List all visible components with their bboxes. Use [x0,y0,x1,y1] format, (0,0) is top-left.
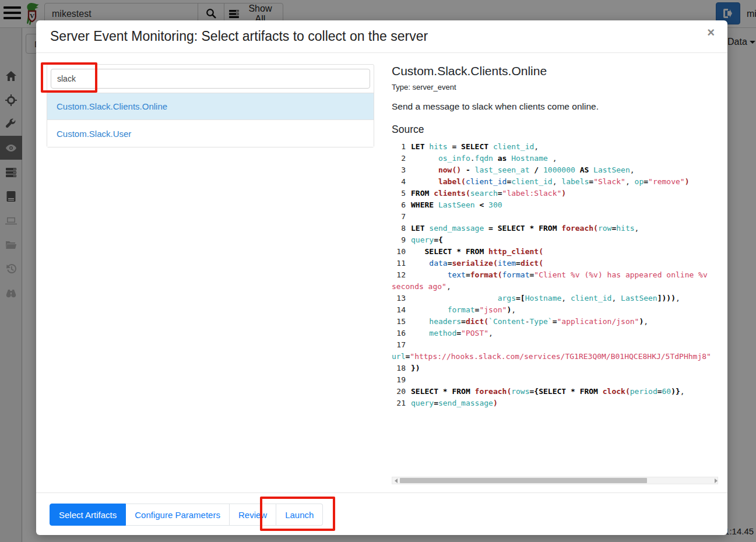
artifact-list-item[interactable]: Custom.Slack.User [47,120,374,147]
wizard-tab-review[interactable]: Review [230,504,276,526]
code-line: 21query=send_massage) [392,397,719,409]
wizard-tab-select-artifacts[interactable]: Select Artifacts [50,504,126,526]
wizard-tab-configure-parameters[interactable]: Configure Parameters [126,504,230,526]
horizontal-scrollbar[interactable] [392,477,718,484]
artifact-type: Type: server_event [392,83,724,91]
artifact-list: Custom.Slack.Clients.OnlineCustom.Slack.… [47,93,374,147]
code-line: 11 data=serialize(item=dict( [392,258,719,269]
code-line: 20SELECT * FROM foreach(rows={SELECT * F… [392,386,719,397]
code-line: 2 os_info.fqdn as Hostname , [392,153,719,164]
code-line: 19 [392,374,719,386]
artifact-title: Custom.Slack.Clients.Online [392,64,724,78]
code-line: 13 args=[Hostname, client_id, LastSeen])… [392,293,719,304]
code-line: 6WHERE LastSeen < 300 [392,199,719,211]
scrollbar-right-arrow-icon[interactable] [711,477,718,484]
modal-title: Server Event Monitoring: Select artifact… [50,29,428,44]
scrollbar-thumb[interactable] [400,478,647,483]
scrollbar-left-arrow-icon[interactable] [392,477,399,484]
artifact-search-input[interactable] [51,69,370,89]
code-line: 7 [392,211,719,223]
code-line: 3 now() - last_seen_at / 1000000 AS Last… [392,164,719,176]
code-line: 1LET hits = SELECT client_id, [392,141,719,153]
code-line: 12 text=format(format="Client %v (%v) ha… [392,269,719,293]
server-event-monitoring-modal: Server Event Monitoring: Select artifact… [36,20,727,535]
code-line: 9query={ [392,234,719,246]
code-line: 10 SELECT * FROM http_client( [392,246,719,258]
artifact-selector-panel: Custom.Slack.Clients.OnlineCustom.Slack.… [47,64,374,147]
code-line: 18}) [392,362,719,374]
code-line: 14 format="json"), [392,304,719,316]
code-line: 17 url="https://hooks.slack.com/services… [392,339,719,362]
code-line: 5FROM clients(search="label:Slack") [392,188,719,199]
wizard-tab-launch[interactable]: Launch [276,504,323,526]
artifact-list-item[interactable]: Custom.Slack.Clients.Online [47,93,374,120]
artifact-detail-panel: Custom.Slack.Clients.Online Type: server… [392,64,724,482]
artifact-description: Send a message to slack when clients com… [392,101,724,112]
modal-header: Server Event Monitoring: Select artifact… [36,20,727,53]
artifact-box: Custom.Slack.Clients.OnlineCustom.Slack.… [47,64,374,147]
modal-footer: Select ArtifactsConfigure ParametersRevi… [36,492,727,535]
source-code-viewer[interactable]: 1LET hits = SELECT client_id,2 os_info.f… [392,141,719,482]
wizard-tabs: Select ArtifactsConfigure ParametersRevi… [50,504,323,526]
close-icon[interactable]: × [707,26,715,39]
code-line: 15 headers=dict(`Content-Type`="applicat… [392,316,719,328]
code-line: 4 label(client_id=client_id, labels="Sla… [392,176,719,188]
code-line: 8LET send_massage = SELECT * FROM foreac… [392,223,719,234]
source-heading: Source [392,124,724,136]
code-line: 16 method="POST", [392,328,719,339]
